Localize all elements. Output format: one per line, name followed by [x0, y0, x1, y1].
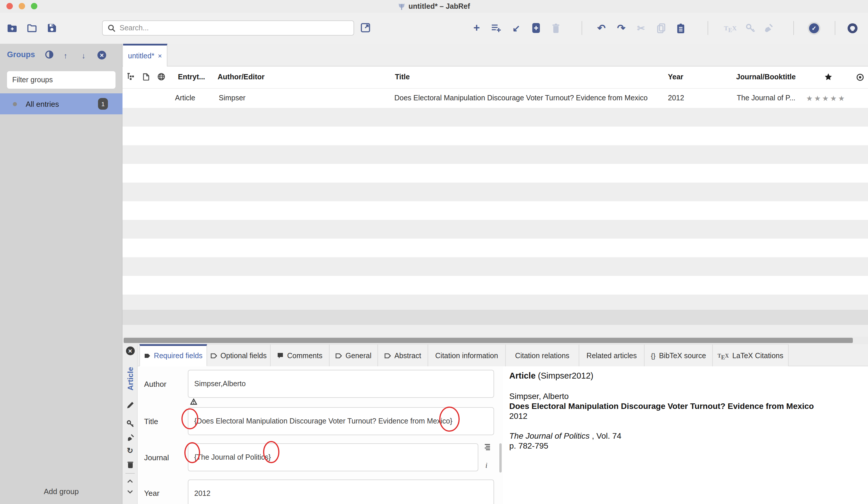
author-field-label: Author: [144, 380, 167, 389]
tab-citation-relations[interactable]: Citation relations: [506, 344, 579, 366]
next-entry-chevron-icon[interactable]: [123, 490, 138, 494]
add-entry-from-list-icon[interactable]: [491, 23, 502, 33]
form-vertical-scrollbar-thumb[interactable]: [499, 443, 502, 473]
new-article-entry-icon[interactable]: [531, 23, 541, 33]
new-library-icon[interactable]: [7, 24, 18, 32]
edit-actions-group: ↶ ↷ ✂: [596, 13, 686, 43]
author-field-input[interactable]: Simpser,Alberto: [188, 370, 494, 398]
tab-citation-information[interactable]: Citation information: [428, 344, 506, 366]
cut-icon[interactable]: ✂: [636, 22, 646, 33]
tab-optional-fields[interactable]: Optional fields: [207, 344, 271, 366]
copy-icon[interactable]: [656, 23, 666, 33]
search-input[interactable]: Search...: [102, 20, 354, 35]
tab-required-fields[interactable]: Required fields: [140, 344, 207, 366]
filter-groups-input[interactable]: Filter groups: [7, 71, 115, 89]
tools-group: TEX: [723, 13, 774, 43]
required-fields-form: Author Simpser,Alberto Title {Does Elect…: [138, 366, 506, 504]
journal-abbreviation-toggle-icon[interactable]: [484, 444, 491, 450]
journal-field-input[interactable]: {The Journal of Politics}: [188, 443, 478, 471]
toolbar-divider: [707, 21, 708, 35]
close-library-tab-icon[interactable]: ×: [158, 52, 162, 60]
library-actions-group: [7, 13, 57, 43]
groups-sort-down-icon[interactable]: ↓: [82, 51, 85, 60]
entry-type-label[interactable]: Article: [123, 360, 138, 397]
window-title: untitled* – JabRef: [0, 0, 868, 13]
groups-panel-title: Groups: [7, 50, 35, 59]
group-entry-count-badge: 1: [98, 98, 108, 110]
column-author-editor[interactable]: Author/Editor: [218, 73, 265, 81]
titlebar: untitled* – JabRef: [0, 0, 868, 13]
save-library-icon[interactable]: [46, 23, 57, 33]
tab-abstract[interactable]: Abstract: [378, 344, 428, 366]
printed-column-eye-icon[interactable]: [856, 73, 864, 81]
tab-general[interactable]: General: [330, 344, 378, 366]
row-year: 2012: [668, 94, 684, 102]
add-group-button[interactable]: Add group: [0, 487, 123, 496]
table-bottom-band: [123, 310, 868, 325]
horizontal-scrollbar-thumb[interactable]: [124, 338, 853, 343]
tag-outline-icon: [210, 353, 217, 359]
groups-sidebar: Groups ↑ ↓ ✕ Filter groups All entries 1…: [0, 44, 123, 504]
tab-bibtex-source[interactable]: {} BibTeX source: [644, 344, 713, 366]
braces-icon: {}: [651, 351, 655, 360]
preview-journal-volume: The Journal of Politics , Vol. 74: [509, 431, 868, 441]
push-to-tex-editor-icon[interactable]: TEX: [723, 24, 737, 31]
groups-intersection-toggle-icon[interactable]: [45, 50, 54, 59]
rank-column-star-icon[interactable]: [824, 73, 833, 81]
toolbar-divider: [581, 21, 582, 35]
column-title[interactable]: Title: [395, 73, 410, 81]
delete-entry-trash-icon[interactable]: [123, 461, 138, 469]
undo-icon[interactable]: ↶: [596, 22, 607, 34]
column-journal-booktitle[interactable]: Journal/Booktitle: [736, 73, 796, 81]
paste-icon[interactable]: [675, 23, 686, 33]
groups-sort-up-icon[interactable]: ↑: [64, 51, 68, 60]
title-field-label: Title: [144, 417, 158, 426]
table-row[interactable]: Article Simpser Does Electoral Manipulat…: [123, 89, 868, 108]
year-field-input[interactable]: 2012: [188, 480, 494, 504]
import-entries-icon[interactable]: ↙: [511, 22, 521, 33]
delete-entry-icon[interactable]: [551, 23, 561, 33]
search-icon: [108, 24, 115, 32]
row-rating-stars[interactable]: ★★★★★: [806, 94, 846, 103]
open-global-search-window-icon[interactable]: [360, 23, 370, 33]
jabref-logo-icon: [398, 3, 405, 10]
title-field-input[interactable]: {Does Electoral Manipulation Discourage …: [188, 407, 494, 435]
preview-year: 2012: [509, 411, 868, 421]
tab-comments[interactable]: Comments: [271, 344, 330, 366]
add-entry-icon[interactable]: +: [471, 22, 482, 34]
generate-citationkey-icon[interactable]: [745, 23, 755, 33]
sidebar-item-all-entries[interactable]: All entries 1: [0, 93, 123, 114]
edit-entry-pencil-icon[interactable]: [123, 401, 138, 409]
entry-editor-side-toolbar: ✕ Article ↻: [123, 344, 138, 504]
cleanup-entry-icon[interactable]: [123, 434, 138, 442]
github-icon[interactable]: [847, 23, 858, 34]
tag-outline-icon: [384, 353, 391, 359]
year-field-label: Year: [144, 489, 159, 497]
entry-preview-pane: Article (Simpser2012) Simpser, Alberto D…: [503, 366, 868, 504]
tag-filled-icon: [144, 353, 151, 359]
open-library-icon[interactable]: [27, 24, 37, 32]
tab-latex-citations[interactable]: TEX LaTeX Citations: [713, 344, 789, 366]
cleanup-entries-icon[interactable]: [763, 23, 774, 33]
journal-info-icon[interactable]: i: [485, 461, 487, 470]
groups-panel-close-icon[interactable]: ✕: [97, 51, 106, 60]
integrity-check-icon[interactable]: ✓: [809, 23, 819, 33]
file-column-icon[interactable]: [143, 73, 149, 81]
previous-entry-chevron-icon[interactable]: [123, 480, 138, 483]
empty-table-rows: [123, 108, 868, 310]
entry-table-header: Entryt... Author/Editor Title Year Journ…: [123, 66, 868, 89]
url-column-icon[interactable]: [157, 73, 165, 81]
library-tab-untitled[interactable]: untitled* ×: [123, 44, 167, 66]
tab-related-articles[interactable]: Related articles: [579, 344, 644, 366]
preview-title: Does Electoral Manipulation Discourage V…: [509, 401, 868, 411]
preview-authors: Simpser, Alberto: [509, 391, 868, 401]
close-entry-editor-icon[interactable]: ✕: [123, 347, 138, 355]
grouping-column-icon[interactable]: [127, 73, 134, 80]
refresh-entry-icon[interactable]: ↻: [123, 446, 138, 455]
column-year[interactable]: Year: [668, 73, 683, 81]
redo-icon[interactable]: ↷: [616, 22, 627, 34]
column-entrytype[interactable]: Entryt...: [178, 73, 205, 81]
horizontal-scrollbar[interactable]: [123, 337, 868, 344]
main-toolbar: Search... + ↙ ↶ ↷ ✂: [0, 13, 868, 44]
generate-key-icon[interactable]: [123, 420, 138, 428]
